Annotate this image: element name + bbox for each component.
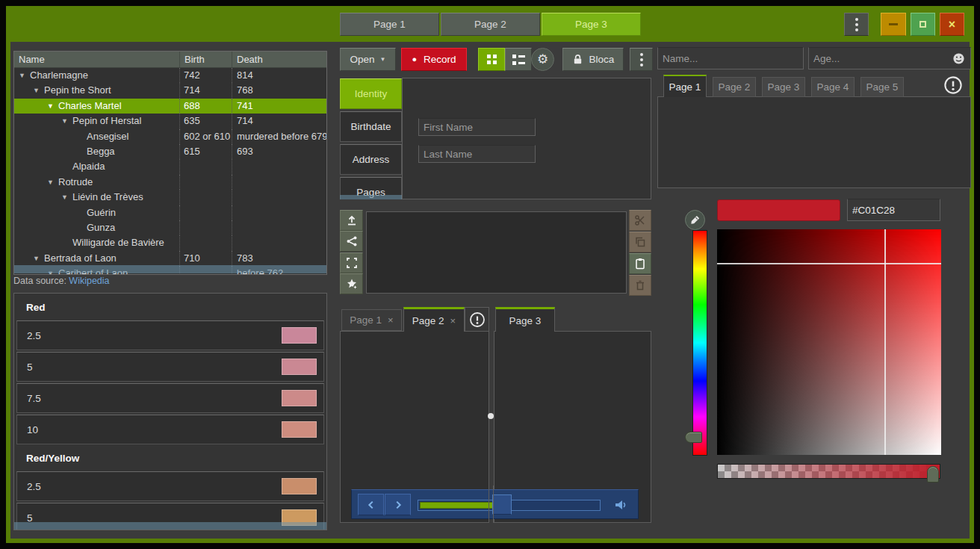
- mid-tab-page3[interactable]: Page 3: [495, 307, 555, 332]
- media-slider[interactable]: [418, 494, 601, 515]
- list-item[interactable]: 2.5: [16, 320, 324, 350]
- window-menu-button[interactable]: [844, 13, 869, 36]
- expand-arrow-icon[interactable]: ▼: [33, 251, 44, 266]
- minimize-button[interactable]: [881, 13, 906, 36]
- name-input[interactable]: [657, 47, 804, 69]
- form-tab[interactable]: Identity: [340, 78, 402, 109]
- table-row[interactable]: ▼ Pepin the Short 714 768: [14, 83, 326, 98]
- expand-arrow-icon[interactable]: ▼: [19, 68, 30, 83]
- tree-horizontal-scrollbar[interactable]: [14, 265, 326, 273]
- alpha-handle[interactable]: [927, 466, 939, 483]
- table-row[interactable]: ▼ Ansegisel 602 or 610 murdered before 6…: [14, 129, 326, 144]
- list-item-label: Red: [26, 302, 46, 313]
- death-cell: [232, 175, 326, 190]
- table-row[interactable]: ▼ Bertrada of Laon 710 783: [14, 251, 326, 266]
- previous-button[interactable]: [358, 494, 384, 515]
- expand-arrow-icon[interactable]: ▼: [61, 114, 72, 128]
- table-row[interactable]: ▼ Pepin of Herstal 635 714: [14, 114, 326, 128]
- open-dropdown-button[interactable]: Open ▼: [340, 48, 396, 71]
- media-slider-handle[interactable]: [492, 494, 512, 515]
- mid-tab-page2[interactable]: Page 2 ×: [403, 307, 465, 332]
- titlebar-tab[interactable]: Page 3: [542, 13, 641, 36]
- right-tab[interactable]: Page 1: [663, 75, 707, 97]
- tab-close-icon[interactable]: ×: [388, 314, 394, 326]
- list-horizontal-scrollbar[interactable]: [14, 522, 326, 530]
- right-tab[interactable]: Page 5: [860, 77, 904, 97]
- lock-button[interactable]: Bloca: [562, 48, 624, 71]
- form-tabs-scrollbar[interactable]: [340, 195, 402, 199]
- favorite-add-button[interactable]: [340, 273, 363, 294]
- form-tab[interactable]: Address: [340, 144, 402, 175]
- fullscreen-button[interactable]: [340, 252, 363, 273]
- chevron-right-icon: [393, 500, 403, 510]
- titlebar-tab[interactable]: Page 1: [340, 13, 439, 36]
- right-tab[interactable]: Page 4: [811, 77, 855, 97]
- hue-handle[interactable]: [685, 432, 702, 443]
- close-button[interactable]: ×: [940, 13, 964, 36]
- list-item[interactable]: 2.5: [16, 471, 324, 501]
- table-row[interactable]: ▼ Begga 615 693: [14, 144, 326, 159]
- tab-close-icon[interactable]: ×: [450, 315, 456, 326]
- titlebar-tab[interactable]: Page 2: [441, 13, 540, 36]
- list-item[interactable]: Red/Yellow: [16, 446, 324, 470]
- share-button[interactable]: [340, 231, 363, 252]
- person-name: Begga: [87, 144, 115, 159]
- form-tab[interactable]: Birthdate: [340, 111, 402, 142]
- settings-button[interactable]: ⚙: [531, 48, 554, 71]
- list-item[interactable]: 7.5: [16, 383, 324, 413]
- alpha-slider[interactable]: [717, 464, 940, 483]
- last-name-field[interactable]: [418, 145, 536, 163]
- table-row[interactable]: ▼ Charles Martel 688 741: [14, 99, 326, 114]
- list-item-label: 10: [27, 424, 38, 435]
- right-tab[interactable]: Page 2: [713, 77, 756, 97]
- expand-arrow-icon[interactable]: ▼: [61, 190, 72, 205]
- record-button[interactable]: ● Record: [401, 48, 467, 71]
- death-cell: 714: [232, 114, 326, 128]
- hue-slider[interactable]: [685, 230, 707, 456]
- list-item[interactable]: 5: [16, 352, 324, 382]
- table-row[interactable]: ▼ Liévin de Trèves: [14, 190, 326, 205]
- munsell-color-list[interactable]: Red 2.5 5 7.5 10 Red/Yellow 2.5: [13, 293, 327, 530]
- volume-icon[interactable]: [613, 497, 628, 512]
- maximize-button[interactable]: [911, 13, 935, 36]
- hue-gradient-strip[interactable]: [692, 230, 707, 456]
- list-item[interactable]: Red: [16, 295, 324, 319]
- expand-arrow-icon[interactable]: ▼: [47, 99, 58, 114]
- right-tabs-info-button[interactable]: [943, 75, 963, 98]
- age-field[interactable]: [808, 47, 971, 69]
- list-item[interactable]: 10: [16, 415, 324, 444]
- alpha-gradient-strip[interactable]: [717, 464, 940, 479]
- delete-button[interactable]: [629, 275, 651, 296]
- table-row[interactable]: ▼ Alpaida: [14, 159, 326, 174]
- right-tab[interactable]: Page 3: [762, 77, 805, 97]
- eyedropper-button[interactable]: [685, 210, 705, 230]
- tree-column-name[interactable]: Name: [14, 52, 180, 67]
- mid-tabs-info-button[interactable]: [465, 307, 489, 332]
- splitter-handle[interactable]: [488, 413, 494, 419]
- wikipedia-link[interactable]: Wikipedia: [69, 276, 109, 286]
- smiley-icon[interactable]: [952, 52, 965, 65]
- saturation-value-square[interactable]: [717, 229, 941, 455]
- first-name-field[interactable]: [418, 118, 536, 136]
- table-row[interactable]: ▼ Willigarde de Bavière: [14, 235, 326, 250]
- hex-color-input[interactable]: [847, 199, 940, 221]
- color-swatch[interactable]: [717, 199, 840, 221]
- tree-column-death[interactable]: Death: [232, 52, 326, 67]
- mid-tab-page1[interactable]: Page 1 ×: [341, 309, 402, 331]
- grid-view-button[interactable]: [478, 48, 505, 71]
- next-button[interactable]: [385, 494, 411, 515]
- copy-button[interactable]: [629, 232, 651, 252]
- paste-button[interactable]: [629, 253, 651, 274]
- cut-button[interactable]: [629, 210, 651, 231]
- expand-arrow-icon[interactable]: ▼: [33, 83, 44, 98]
- table-row[interactable]: ▼ Charlemagne 742 814: [14, 68, 326, 83]
- genealogy-tree-table[interactable]: Name Birth Death ▼ Charlemagne 742 814 ▼…: [13, 51, 327, 275]
- table-row[interactable]: ▼ Guérin: [14, 205, 326, 220]
- upload-button[interactable]: [340, 210, 363, 231]
- toolbar-menu-button[interactable]: [630, 48, 653, 71]
- table-row[interactable]: ▼ Rotrude: [14, 175, 326, 190]
- list-view-button[interactable]: [505, 48, 532, 71]
- tree-column-birth[interactable]: Birth: [180, 52, 232, 67]
- expand-arrow-icon[interactable]: ▼: [47, 175, 58, 190]
- table-row[interactable]: ▼ Gunza: [14, 220, 326, 235]
